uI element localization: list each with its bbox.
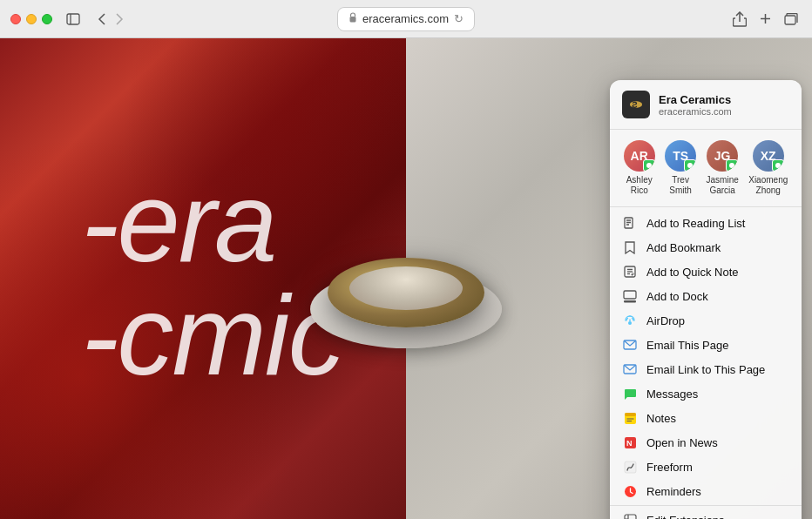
svg-rect-26	[625, 413, 636, 416]
menu-item-freeform[interactable]: Freeform	[610, 455, 802, 479]
contact-name-ashley: AshleyRico	[626, 175, 653, 196]
contact-name-trev: TrevSmith	[669, 175, 692, 196]
email-link-label: Email Link to This Page	[646, 363, 789, 376]
imessage-badge-trev	[684, 159, 696, 172]
contact-name-jasmine: JasmineGarcia	[707, 175, 739, 196]
imessage-badge-ashley	[643, 159, 655, 172]
lock-icon	[348, 12, 357, 25]
add-reading-list-label: Add to Reading List	[646, 217, 789, 230]
contact-trev[interactable]: TS TrevSmith	[661, 138, 700, 198]
email-page-label: Email This Page	[646, 339, 789, 352]
messages-icon	[622, 386, 638, 401]
avatar-jasmine: JG	[707, 140, 738, 172]
share-button[interactable]	[729, 10, 750, 29]
svg-rect-19	[624, 291, 636, 299]
dropdown-site-header: Ƨ Era Ceramics eraceramics.com	[610, 80, 802, 130]
product-image	[319, 192, 493, 366]
svg-rect-5	[785, 16, 795, 24]
new-tab-button[interactable]	[755, 10, 775, 27]
svg-text:N: N	[626, 439, 633, 448]
reading-list-icon	[622, 215, 638, 231]
avatar-trev: TS	[665, 140, 696, 172]
bowl-inner	[349, 266, 463, 310]
svg-point-10	[775, 163, 781, 168]
airdrop-icon	[622, 313, 638, 328]
quick-note-icon	[622, 264, 638, 280]
contact-jasmine[interactable]: JG JasmineGarcia	[703, 138, 742, 198]
avatar-ashley: AR	[624, 140, 655, 172]
menu-item-messages[interactable]: Messages	[610, 381, 802, 406]
svg-text:Ƨ: Ƨ	[632, 100, 638, 110]
menu-items: Add to Reading List Add Bookmark	[610, 207, 802, 519]
extensions-icon	[622, 512, 638, 519]
site-title-line1: -era	[81, 165, 275, 279]
open-news-label: Open in News	[646, 436, 789, 449]
svg-point-21	[628, 321, 632, 325]
reminders-label: Reminders	[646, 485, 789, 498]
avatar-xiaomeng: XZ	[753, 140, 784, 172]
share-dropdown: Ƨ Era Ceramics eraceramics.com AR Ashley…	[610, 80, 802, 519]
site-favicon: Ƨ	[622, 91, 650, 118]
fullscreen-button[interactable]	[42, 14, 52, 24]
svg-rect-2	[350, 17, 356, 23]
svg-point-9	[729, 163, 734, 168]
close-button[interactable]	[10, 14, 21, 24]
sidebar-toggle-button[interactable]	[63, 11, 84, 27]
menu-item-airdrop[interactable]: AirDrop	[610, 308, 802, 333]
dock-icon	[622, 288, 638, 304]
bookmark-icon	[622, 239, 638, 255]
news-icon: N	[622, 435, 638, 450]
tabs-overview-button[interactable]	[781, 11, 802, 27]
svg-rect-20	[624, 300, 636, 303]
minimize-button[interactable]	[26, 14, 37, 24]
svg-point-8	[687, 163, 693, 168]
edit-extensions-label: Edit Extensions...	[646, 514, 789, 520]
site-name-label: Era Ceramics	[659, 93, 732, 106]
menu-item-add-dock[interactable]: Add to Dock	[610, 284, 802, 308]
imessage-badge-xiaomeng	[772, 159, 784, 172]
reminders-icon	[622, 483, 638, 499]
site-title-line2: -cmic	[81, 279, 342, 392]
menu-item-open-news[interactable]: N Open in News	[610, 430, 802, 455]
add-dock-label: Add to Dock	[646, 290, 789, 303]
menu-item-email-page[interactable]: Email This Page	[610, 333, 802, 357]
email-link-icon	[622, 361, 638, 377]
svg-point-7	[646, 163, 652, 168]
freeform-label: Freeform	[646, 461, 789, 474]
address-bar[interactable]: eraceramics.com ↻	[337, 7, 475, 31]
add-bookmark-label: Add Bookmark	[646, 241, 789, 254]
messages-label: Messages	[646, 388, 789, 401]
forward-button[interactable]	[112, 10, 127, 28]
main-content: -era -cmic Ƨ Era Ceramics eraceramics.co…	[0, 38, 812, 519]
menu-item-reminders[interactable]: Reminders	[610, 479, 802, 503]
traffic-lights	[10, 14, 52, 24]
freeform-icon	[622, 459, 638, 475]
contact-ashley[interactable]: AR AshleyRico	[620, 138, 659, 198]
menu-item-add-bookmark[interactable]: Add Bookmark	[610, 235, 802, 260]
contacts-row: AR AshleyRico TS TrevSmith JG	[610, 130, 802, 207]
back-button[interactable]	[94, 10, 110, 28]
airdrop-label: AirDrop	[646, 314, 789, 327]
url-display: eraceramics.com	[362, 12, 449, 25]
contact-name-xiaomeng: XiaomengZhong	[748, 175, 788, 196]
bowl	[328, 258, 484, 327]
toolbar-right	[729, 10, 802, 29]
menu-item-notes[interactable]: Notes	[610, 406, 802, 430]
menu-item-add-quick-note[interactable]: Add to Quick Note	[610, 260, 802, 284]
reload-icon: ↻	[454, 12, 464, 25]
email-page-icon	[622, 337, 638, 353]
notes-icon	[622, 410, 638, 426]
contact-xiaomeng[interactable]: XZ XiaomengZhong	[745, 138, 791, 198]
site-info: Era Ceramics eraceramics.com	[659, 93, 732, 117]
browser-toolbar: eraceramics.com ↻	[0, 0, 812, 38]
add-quick-note-label: Add to Quick Note	[646, 266, 789, 279]
site-url-label: eraceramics.com	[659, 106, 732, 117]
menu-item-add-reading-list[interactable]: Add to Reading List	[610, 211, 802, 235]
menu-item-email-link[interactable]: Email Link to This Page	[610, 357, 802, 381]
svg-rect-0	[67, 14, 79, 24]
imessage-badge-jasmine	[726, 159, 738, 172]
notes-label: Notes	[646, 412, 789, 425]
menu-divider	[610, 505, 802, 506]
menu-item-edit-extensions[interactable]: Edit Extensions...	[610, 508, 802, 519]
